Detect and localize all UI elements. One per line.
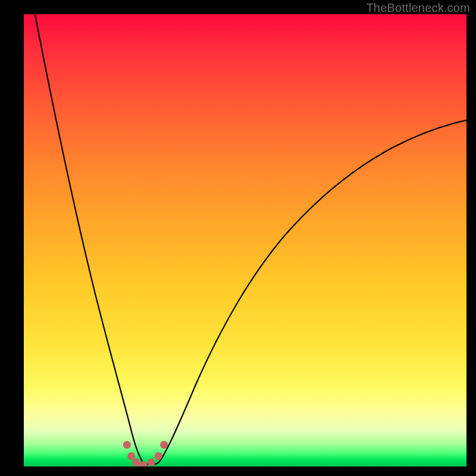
watermark-text: TheBottleneck.com <box>366 1 470 15</box>
plot-area <box>24 14 466 466</box>
trough-dot <box>132 459 140 466</box>
curve-right-branch <box>158 120 466 463</box>
trough-dot <box>160 441 168 449</box>
curve-left-branch <box>35 14 143 463</box>
trough-dots <box>123 441 168 466</box>
trough-dot <box>139 461 147 466</box>
chart-frame: TheBottleneck.com <box>0 0 476 476</box>
bottleneck-curve <box>24 14 466 466</box>
trough-dot <box>155 452 162 460</box>
trough-dot <box>148 459 155 466</box>
trough-dot <box>123 441 131 449</box>
trough-dot <box>127 452 135 460</box>
